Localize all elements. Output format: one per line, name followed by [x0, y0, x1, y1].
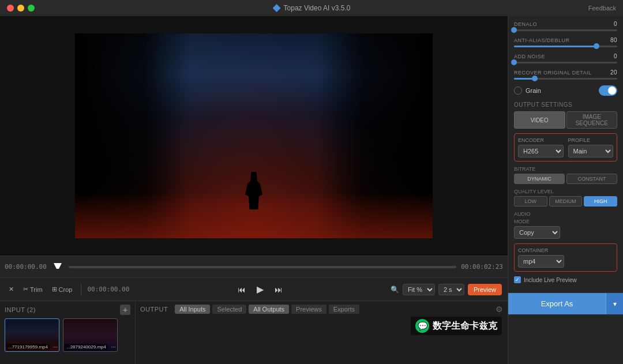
- minimize-dot[interactable]: [17, 5, 24, 12]
- add-input-button[interactable]: +: [120, 305, 130, 315]
- playback-controls: ⏮ ▶ ⏭: [133, 282, 387, 298]
- output-panel-title: OUTPUT: [140, 306, 168, 313]
- input-panel: INPUT (2) + ...7719179959.mp4 ··· ...287…: [0, 301, 136, 364]
- output-format-tabs: VIDEO IMAGE SEQUENCE: [514, 111, 617, 129]
- timeline-bar[interactable]: [69, 266, 456, 268]
- addnoise-slider-row: ADD NOISE 0: [514, 53, 617, 63]
- container-label: CONTAINER: [518, 247, 613, 253]
- antialias-track[interactable]: [514, 46, 617, 47]
- high-quality-button[interactable]: HIGH: [584, 196, 617, 207]
- output-settings-title: OUTPUT SETTINGS: [514, 102, 617, 108]
- duration-select[interactable]: 2 s: [438, 284, 464, 295]
- grain-toggle[interactable]: [599, 85, 617, 96]
- encoder-select[interactable]: H265: [518, 145, 564, 157]
- right-controls: 🔍 Fit % 2 s Preview: [391, 284, 502, 295]
- export-dropdown-button[interactable]: ▾: [606, 293, 623, 314]
- preview-button[interactable]: Preview: [468, 284, 502, 295]
- time-start: 00:00:00.00: [5, 263, 47, 271]
- wechat-watermark: 💬 数字生命卡兹克: [411, 317, 502, 335]
- chevron-down-icon: ▾: [613, 300, 617, 308]
- thumb-dots-2[interactable]: ···: [111, 344, 116, 350]
- live-preview-row: ✓ Include Live Preview: [514, 276, 617, 283]
- crop-button[interactable]: ⊞ Crop: [49, 284, 76, 295]
- profile-select[interactable]: Main: [568, 145, 614, 157]
- bitrate-label: BITRATE: [514, 166, 617, 172]
- timeline-playhead-icon[interactable]: [54, 263, 62, 271]
- tab-previews[interactable]: Previews: [291, 305, 326, 314]
- encoder-label: ENCODER: [518, 137, 564, 143]
- fit-select[interactable]: Fit %: [403, 284, 435, 295]
- profile-col: PROFILE Main: [568, 137, 614, 157]
- addnoise-thumb[interactable]: [511, 59, 517, 65]
- encoder-row: ENCODER H265 PROFILE Main: [518, 137, 613, 157]
- play-button[interactable]: ▶: [252, 282, 268, 298]
- antialias-fill: [514, 46, 596, 47]
- separator-1: [81, 284, 81, 295]
- input-panel-title: INPUT (2): [5, 306, 36, 313]
- audio-mode-select[interactable]: Copy: [514, 226, 560, 239]
- export-as-button[interactable]: Export As: [508, 293, 606, 314]
- denalo-track[interactable]: [514, 29, 617, 31]
- timeline: 00:00:00.00 00:00:02:23: [0, 256, 508, 277]
- live-preview-label: Include Live Preview: [524, 277, 577, 283]
- time-end: 00:00:02:23: [461, 263, 503, 271]
- antialias-label: ANTI-ALIAS/DEBLUR 80: [514, 37, 617, 43]
- export-bar: Export As ▾: [508, 292, 623, 314]
- input-panel-header: INPUT (2) +: [5, 305, 130, 315]
- addnoise-label: ADD NOISE 0: [514, 53, 617, 59]
- checkbox-check-icon: ✓: [515, 277, 520, 283]
- bitrate-buttons: DYNAMIC CONSTANT: [514, 174, 617, 184]
- thumb-label-2: ...2879240029.mp4: [65, 344, 108, 350]
- recover-label: RECOVER ORIGINAL DETAIL 20: [514, 69, 617, 76]
- video-format-tab[interactable]: VIDEO: [514, 111, 565, 129]
- recover-track[interactable]: [514, 78, 617, 80]
- trim-button[interactable]: ✂ Trim: [20, 284, 46, 295]
- wechat-icon: 💬: [415, 319, 429, 333]
- dynamic-bitrate-button[interactable]: DYNAMIC: [514, 174, 565, 184]
- constant-bitrate-button[interactable]: CONSTANT: [566, 174, 617, 184]
- feedback-button[interactable]: Feedback: [588, 5, 616, 12]
- tab-exports[interactable]: Exports: [329, 305, 359, 314]
- tab-all-outputs[interactable]: All Outputs: [249, 305, 289, 314]
- container-select[interactable]: mp4: [518, 255, 564, 268]
- video-preview: [0, 16, 508, 256]
- tab-all-inputs[interactable]: All Inputs: [175, 305, 210, 314]
- crop-icon: ⊞: [52, 286, 57, 293]
- close-button[interactable]: ✕: [6, 284, 17, 295]
- maximize-dot[interactable]: [28, 5, 35, 12]
- denalo-slider-row: DENALO 0: [514, 21, 617, 31]
- thumbnail-1[interactable]: ...7719179959.mp4 ···: [5, 318, 59, 352]
- tab-selected[interactable]: Selected: [212, 305, 246, 314]
- controls-bar: ✕ ✂ Trim ⊞ Crop 00:00:00.00 ⏮ ▶ ⏭ 🔍 Fit …: [0, 277, 508, 301]
- audio-label: AUDIO: [514, 211, 617, 217]
- toggle-knob: [608, 87, 616, 95]
- addnoise-track[interactable]: [514, 62, 617, 63]
- antialias-thumb[interactable]: [594, 43, 599, 49]
- right-sidebar: DENALO 0 ANTI-ALIAS/DEBLUR 80: [508, 16, 623, 364]
- grain-label: Grain: [526, 87, 595, 94]
- left-area: 00:00:00.00 00:00:02:23 ✕ ✂ Trim ⊞ Crop …: [0, 16, 508, 364]
- step-forward-button[interactable]: ⏭: [271, 282, 287, 298]
- sidebar-inner: DENALO 0 ANTI-ALIAS/DEBLUR 80: [508, 16, 623, 292]
- low-quality-button[interactable]: LOW: [514, 196, 547, 207]
- image-sequence-tab[interactable]: IMAGE SEQUENCE: [566, 111, 618, 129]
- grain-circle-icon: [514, 87, 522, 95]
- thumb-dots-1[interactable]: ···: [53, 344, 58, 350]
- window-controls: [7, 5, 35, 12]
- thumb-label-1: ...7719179959.mp4: [6, 344, 50, 350]
- output-settings-button[interactable]: ⚙: [496, 305, 503, 314]
- close-dot[interactable]: [7, 5, 14, 12]
- step-back-button[interactable]: ⏮: [234, 282, 250, 298]
- wechat-text: 数字生命卡兹克: [433, 320, 497, 332]
- recover-slider-row: RECOVER ORIGINAL DETAIL 20: [514, 69, 617, 80]
- topaz-logo-icon: [273, 4, 281, 12]
- antialias-slider-row: ANTI-ALIAS/DEBLUR 80: [514, 37, 617, 47]
- thumbnail-2[interactable]: ...2879240029.mp4 ···: [63, 318, 118, 352]
- profile-label: PROFILE: [568, 137, 614, 143]
- recover-thumb[interactable]: [532, 76, 538, 81]
- grain-row: Grain: [514, 85, 617, 96]
- denalo-thumb[interactable]: [511, 27, 517, 33]
- medium-quality-button[interactable]: MEDIUM: [549, 196, 583, 207]
- quality-buttons: LOW MEDIUM HIGH: [514, 196, 617, 207]
- live-preview-checkbox[interactable]: ✓: [514, 276, 521, 283]
